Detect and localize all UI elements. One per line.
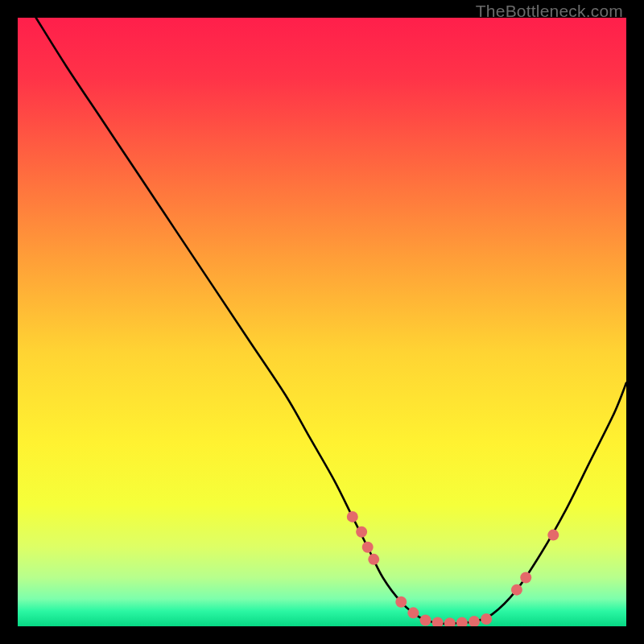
marker-dot bbox=[395, 597, 407, 608]
marker-dot bbox=[356, 526, 367, 538]
marker-dot bbox=[347, 511, 358, 522]
marker-dot bbox=[407, 607, 419, 618]
marker-dot bbox=[362, 542, 374, 553]
marker-dot bbox=[481, 613, 492, 625]
marker-dot bbox=[520, 572, 531, 584]
marker-dot bbox=[368, 554, 379, 565]
watermark-text: TheBottleneck.com bbox=[476, 2, 623, 21]
gradient-background bbox=[18, 18, 626, 626]
chart-frame bbox=[18, 18, 626, 626]
marker-dot bbox=[511, 584, 522, 596]
chart-svg bbox=[18, 18, 626, 626]
marker-dot bbox=[420, 614, 431, 625]
marker-dot bbox=[547, 530, 559, 541]
